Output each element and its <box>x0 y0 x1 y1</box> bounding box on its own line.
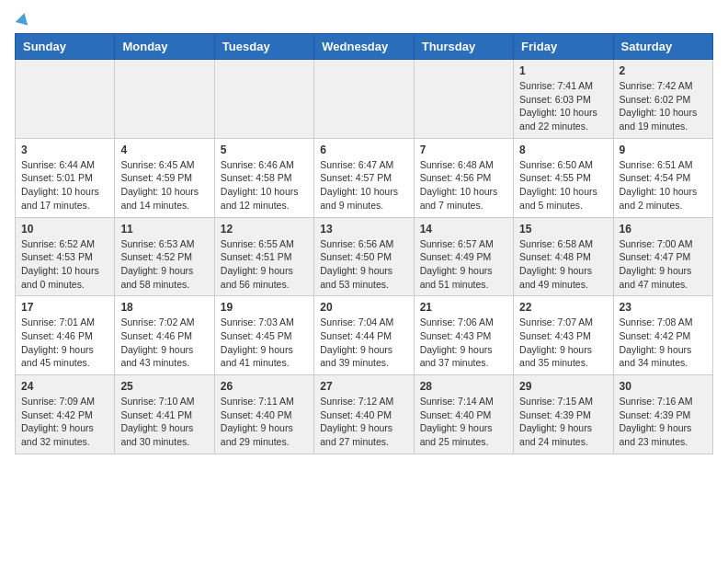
day-number: 21 <box>420 301 507 314</box>
calendar-cell: 26Sunrise: 7:11 AM Sunset: 4:40 PM Dayli… <box>214 375 313 454</box>
day-number: 18 <box>120 301 208 314</box>
header-monday: Monday <box>115 34 214 60</box>
day-info: Sunrise: 7:10 AM Sunset: 4:41 PM Dayligh… <box>120 395 208 449</box>
calendar-table: SundayMondayTuesdayWednesdayThursdayFrid… <box>15 33 713 454</box>
day-number: 15 <box>519 223 607 236</box>
day-info: Sunrise: 6:53 AM Sunset: 4:52 PM Dayligh… <box>120 237 208 292</box>
calendar-cell <box>214 60 313 139</box>
day-info: Sunrise: 7:14 AM Sunset: 4:40 PM Dayligh… <box>420 395 507 449</box>
day-number: 7 <box>420 144 507 156</box>
day-info: Sunrise: 6:51 AM Sunset: 4:54 PM Dayligh… <box>620 158 707 213</box>
day-info: Sunrise: 7:08 AM Sunset: 4:42 PM Dayligh… <box>620 316 707 370</box>
day-info: Sunrise: 7:42 AM Sunset: 6:02 PM Dayligh… <box>620 79 707 133</box>
calendar-cell: 28Sunrise: 7:14 AM Sunset: 4:40 PM Dayli… <box>414 375 513 454</box>
day-info: Sunrise: 7:04 AM Sunset: 4:44 PM Dayligh… <box>320 316 407 370</box>
day-number: 28 <box>420 380 507 393</box>
calendar-cell: 18Sunrise: 7:02 AM Sunset: 4:46 PM Dayli… <box>115 296 214 375</box>
calendar-cell: 3Sunrise: 6:44 AM Sunset: 5:01 PM Daylig… <box>16 138 115 217</box>
calendar-cell: 8Sunrise: 6:50 AM Sunset: 4:55 PM Daylig… <box>514 138 613 217</box>
day-info: Sunrise: 7:09 AM Sunset: 4:42 PM Dayligh… <box>21 395 108 449</box>
day-number: 16 <box>620 223 707 236</box>
day-info: Sunrise: 7:15 AM Sunset: 4:39 PM Dayligh… <box>519 395 607 449</box>
calendar-cell: 30Sunrise: 7:16 AM Sunset: 4:39 PM Dayli… <box>613 375 712 454</box>
calendar-cell: 12Sunrise: 6:55 AM Sunset: 4:51 PM Dayli… <box>214 217 313 296</box>
calendar-cell: 16Sunrise: 7:00 AM Sunset: 4:47 PM Dayli… <box>613 217 712 296</box>
day-number: 5 <box>221 144 308 156</box>
calendar-week-row: 3Sunrise: 6:44 AM Sunset: 5:01 PM Daylig… <box>16 138 713 217</box>
day-info: Sunrise: 7:06 AM Sunset: 4:43 PM Dayligh… <box>420 316 507 370</box>
day-info: Sunrise: 6:44 AM Sunset: 5:01 PM Dayligh… <box>21 158 108 213</box>
day-info: Sunrise: 6:56 AM Sunset: 4:50 PM Dayligh… <box>320 237 407 292</box>
day-number: 17 <box>21 301 108 314</box>
day-number: 11 <box>120 223 208 236</box>
calendar-cell: 27Sunrise: 7:12 AM Sunset: 4:40 PM Dayli… <box>314 375 414 454</box>
day-info: Sunrise: 6:47 AM Sunset: 4:57 PM Dayligh… <box>320 158 407 213</box>
day-number: 27 <box>320 380 407 393</box>
day-number: 2 <box>620 64 707 77</box>
day-number: 30 <box>620 380 707 393</box>
calendar-cell: 2Sunrise: 7:42 AM Sunset: 6:02 PM Daylig… <box>613 60 712 139</box>
calendar-cell: 29Sunrise: 7:15 AM Sunset: 4:39 PM Dayli… <box>514 375 613 454</box>
day-number: 23 <box>620 301 707 314</box>
calendar-cell: 17Sunrise: 7:01 AM Sunset: 4:46 PM Dayli… <box>16 296 115 375</box>
calendar-cell: 23Sunrise: 7:08 AM Sunset: 4:42 PM Dayli… <box>613 296 712 375</box>
day-number: 1 <box>519 64 607 77</box>
calendar-cell: 14Sunrise: 6:57 AM Sunset: 4:49 PM Dayli… <box>414 217 513 296</box>
calendar-cell: 9Sunrise: 6:51 AM Sunset: 4:54 PM Daylig… <box>613 138 712 217</box>
day-info: Sunrise: 6:55 AM Sunset: 4:51 PM Dayligh… <box>221 237 308 292</box>
calendar-cell: 10Sunrise: 6:52 AM Sunset: 4:53 PM Dayli… <box>16 217 115 296</box>
day-number: 29 <box>519 380 607 393</box>
day-info: Sunrise: 7:01 AM Sunset: 4:46 PM Dayligh… <box>21 316 108 370</box>
calendar-week-row: 10Sunrise: 6:52 AM Sunset: 4:53 PM Dayli… <box>16 217 713 296</box>
day-info: Sunrise: 7:03 AM Sunset: 4:45 PM Dayligh… <box>221 316 308 370</box>
day-info: Sunrise: 7:11 AM Sunset: 4:40 PM Dayligh… <box>221 395 308 449</box>
day-info: Sunrise: 6:46 AM Sunset: 4:58 PM Dayligh… <box>221 158 308 213</box>
calendar-cell: 7Sunrise: 6:48 AM Sunset: 4:56 PM Daylig… <box>414 138 513 217</box>
day-info: Sunrise: 7:16 AM Sunset: 4:39 PM Dayligh… <box>620 395 707 449</box>
calendar-cell: 24Sunrise: 7:09 AM Sunset: 4:42 PM Dayli… <box>16 375 115 454</box>
day-number: 12 <box>221 223 308 236</box>
calendar-cell <box>314 60 414 139</box>
day-info: Sunrise: 7:41 AM Sunset: 6:03 PM Dayligh… <box>519 79 607 133</box>
day-info: Sunrise: 7:00 AM Sunset: 4:47 PM Dayligh… <box>620 237 707 292</box>
day-info: Sunrise: 6:45 AM Sunset: 4:59 PM Dayligh… <box>120 158 208 213</box>
header-sunday: Sunday <box>16 34 115 60</box>
calendar-header-row: SundayMondayTuesdayWednesdayThursdayFrid… <box>16 34 713 60</box>
page-header <box>15 15 713 22</box>
header-wednesday: Wednesday <box>314 34 414 60</box>
calendar-cell <box>16 60 115 139</box>
day-number: 8 <box>519 144 607 156</box>
day-info: Sunrise: 7:02 AM Sunset: 4:46 PM Dayligh… <box>120 316 208 370</box>
calendar-cell: 1Sunrise: 7:41 AM Sunset: 6:03 PM Daylig… <box>514 60 613 139</box>
day-number: 26 <box>221 380 308 393</box>
header-friday: Friday <box>514 34 613 60</box>
day-number: 4 <box>120 144 208 156</box>
calendar-cell: 21Sunrise: 7:06 AM Sunset: 4:43 PM Dayli… <box>414 296 513 375</box>
day-info: Sunrise: 6:58 AM Sunset: 4:48 PM Dayligh… <box>519 237 607 292</box>
calendar-week-row: 1Sunrise: 7:41 AM Sunset: 6:03 PM Daylig… <box>16 60 713 139</box>
day-info: Sunrise: 6:52 AM Sunset: 4:53 PM Dayligh… <box>21 237 108 292</box>
day-number: 9 <box>620 144 707 156</box>
day-info: Sunrise: 6:50 AM Sunset: 4:55 PM Dayligh… <box>519 158 607 213</box>
header-tuesday: Tuesday <box>214 34 313 60</box>
logo <box>15 15 29 22</box>
day-info: Sunrise: 7:07 AM Sunset: 4:43 PM Dayligh… <box>519 316 607 370</box>
calendar-cell: 20Sunrise: 7:04 AM Sunset: 4:44 PM Dayli… <box>314 296 414 375</box>
calendar-cell: 5Sunrise: 6:46 AM Sunset: 4:58 PM Daylig… <box>214 138 313 217</box>
calendar-cell: 22Sunrise: 7:07 AM Sunset: 4:43 PM Dayli… <box>514 296 613 375</box>
day-number: 6 <box>320 144 407 156</box>
day-number: 14 <box>420 223 507 236</box>
calendar-cell: 15Sunrise: 6:58 AM Sunset: 4:48 PM Dayli… <box>514 217 613 296</box>
header-thursday: Thursday <box>414 34 513 60</box>
calendar-cell: 19Sunrise: 7:03 AM Sunset: 4:45 PM Dayli… <box>214 296 313 375</box>
calendar-cell <box>414 60 513 139</box>
day-number: 22 <box>519 301 607 314</box>
calendar-cell: 6Sunrise: 6:47 AM Sunset: 4:57 PM Daylig… <box>314 138 414 217</box>
calendar-cell <box>115 60 214 139</box>
day-info: Sunrise: 6:48 AM Sunset: 4:56 PM Dayligh… <box>420 158 507 213</box>
day-number: 13 <box>320 223 407 236</box>
calendar-cell: 11Sunrise: 6:53 AM Sunset: 4:52 PM Dayli… <box>115 217 214 296</box>
day-number: 25 <box>120 380 208 393</box>
calendar-week-row: 24Sunrise: 7:09 AM Sunset: 4:42 PM Dayli… <box>16 375 713 454</box>
logo-triangle-icon <box>16 11 31 25</box>
